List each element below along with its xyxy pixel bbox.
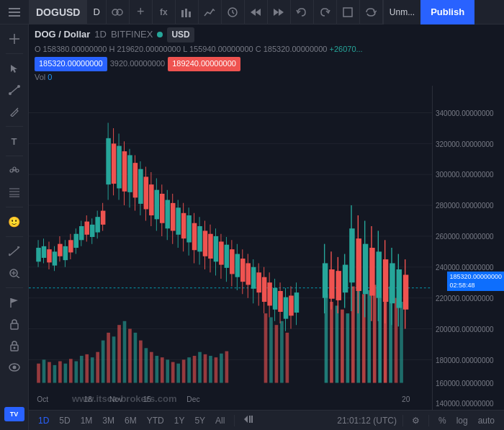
svg-rect-198 (273, 288, 278, 310)
flag-icon[interactable] (3, 292, 26, 313)
svg-rect-218 (356, 238, 361, 291)
vol-row: Vol 0 (35, 72, 498, 83)
hamburger-menu-icon[interactable] (0, 8, 29, 17)
svg-rect-200 (278, 291, 283, 312)
line-chart-icon[interactable] (199, 0, 222, 24)
symbol-display[interactable]: DOGUSD (29, 0, 87, 24)
currency-dropdown[interactable]: USD (167, 27, 194, 42)
publish-button[interactable]: Publish (420, 0, 474, 24)
svg-rect-84 (204, 354, 207, 383)
timeframe-5y[interactable]: 5Y (191, 414, 209, 427)
trend-line-icon[interactable] (3, 80, 26, 100)
timeframe-1y[interactable]: 1Y (171, 414, 189, 427)
price-diff: 3920.00000000 (110, 58, 165, 69)
redo-icon[interactable] (314, 0, 337, 24)
svg-marker-9 (251, 9, 256, 16)
svg-rect-103 (373, 285, 377, 382)
chart-svg-area[interactable]: Oct 18 Nov 15 Dec 20 340000.00000000 320… (29, 86, 504, 410)
svg-rect-204 (289, 295, 294, 315)
bar-chart-icon[interactable] (176, 0, 199, 24)
replay-icon[interactable] (240, 413, 256, 427)
auto-btn[interactable]: auto (474, 414, 498, 427)
fx-icon[interactable]: fx (153, 0, 176, 24)
percent-btn[interactable]: % (435, 414, 450, 427)
svg-point-21 (10, 169, 13, 172)
watermark: www.itsca-brokers.com (72, 393, 176, 404)
svg-marker-37 (11, 298, 18, 303)
measure-icon[interactable] (3, 241, 26, 261)
refresh-icon[interactable] (360, 0, 383, 24)
undo-icon[interactable] (291, 0, 314, 24)
svg-rect-38 (11, 323, 18, 329)
svg-rect-96 (336, 305, 339, 382)
fibonacci-icon[interactable] (3, 182, 26, 202)
svg-rect-118 (58, 244, 63, 256)
eye-icon[interactable] (3, 357, 26, 377)
svg-rect-214 (343, 265, 348, 293)
svg-rect-142 (122, 151, 127, 192)
vol-value: 0 (48, 73, 52, 81)
svg-rect-134 (101, 211, 106, 225)
log-btn[interactable]: log (453, 414, 472, 427)
price-scale-svg: 340000.00000000 320000.00000000 300000.0… (433, 86, 504, 410)
svg-rect-7 (189, 12, 191, 17)
cursor-icon[interactable] (3, 58, 26, 79)
current-price-label: 185320.00000000 02:58:48 (447, 272, 504, 291)
svg-rect-114 (47, 249, 52, 262)
svg-rect-196 (267, 282, 272, 305)
unmatch-button[interactable]: Unm... (383, 0, 420, 24)
clock-icon[interactable] (222, 0, 245, 24)
svg-rect-80 (182, 359, 186, 382)
timeframe-6m[interactable]: 6M (121, 414, 140, 427)
add-indicator-icon[interactable]: + (130, 0, 153, 24)
svg-rect-57 (58, 361, 62, 382)
svg-rect-194 (262, 277, 267, 302)
emoji-icon[interactable]: 🙂 (3, 212, 26, 232)
svg-rect-81 (187, 357, 191, 382)
timeframe-5d[interactable]: 5D (55, 414, 73, 427)
svg-rect-79 (176, 364, 180, 383)
timeframe-3m[interactable]: 3M (99, 414, 118, 427)
crosshair-icon[interactable] (3, 29, 26, 49)
forward-icon[interactable] (268, 0, 291, 24)
svg-rect-13 (343, 8, 352, 17)
svg-rect-226 (383, 259, 388, 302)
timeframe-ytd[interactable]: YTD (143, 414, 168, 427)
svg-rect-98 (346, 313, 350, 382)
svg-rect-68 (117, 325, 121, 382)
timeframe-1m[interactable]: 1M (77, 414, 96, 427)
svg-text:140000.00000000: 140000.00000000 (436, 399, 494, 407)
candlestick-chart[interactable]: Oct 18 Nov 15 Dec 20 (29, 86, 432, 410)
svg-text:340000.00000000: 340000.00000000 (436, 109, 494, 117)
draw-tool-icon[interactable] (3, 102, 26, 122)
text-tool-icon[interactable]: T (3, 131, 26, 151)
svg-rect-91 (275, 325, 279, 382)
settings-icon[interactable]: ⚙ (409, 414, 423, 427)
svg-rect-220 (363, 244, 368, 295)
svg-rect-63 (91, 357, 94, 382)
svg-rect-232 (403, 274, 408, 309)
svg-rect-224 (377, 251, 382, 297)
svg-text:Oct: Oct (37, 395, 48, 404)
patterns-icon[interactable] (3, 161, 26, 181)
timeframe-1d[interactable]: 1D (35, 414, 53, 427)
lock-icon[interactable] (3, 314, 26, 334)
rewind-icon[interactable] (245, 0, 268, 24)
svg-rect-116 (53, 251, 58, 265)
interval-display[interactable]: D (87, 0, 106, 24)
fullscreen-icon[interactable] (337, 0, 360, 24)
compare-icon[interactable] (107, 0, 130, 24)
svg-text:20: 20 (402, 395, 410, 404)
svg-rect-83 (198, 352, 202, 383)
svg-text:220000.00000000: 220000.00000000 (436, 295, 494, 303)
svg-point-4 (117, 9, 122, 15)
svg-rect-72 (139, 341, 143, 383)
exchange-dot (157, 32, 163, 37)
timeframe-all[interactable]: All (212, 414, 228, 427)
svg-rect-2 (9, 15, 20, 17)
svg-rect-202 (284, 297, 289, 319)
svg-rect-86 (215, 357, 218, 382)
zoom-in-icon[interactable] (3, 263, 26, 283)
lock2-icon[interactable] (3, 336, 26, 356)
ohlc-row: O 158380.00000000 H 219620.00000000 L 15… (35, 44, 498, 55)
